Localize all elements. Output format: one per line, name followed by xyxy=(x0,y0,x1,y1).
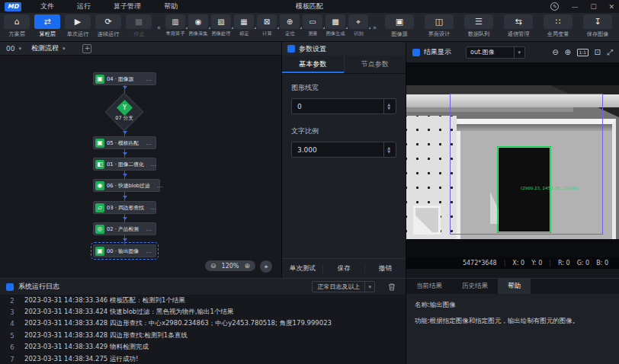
image-source-button[interactable]: ▣ 图像源 xyxy=(380,14,419,38)
stop-icon: ■ xyxy=(135,17,143,27)
connector-arrow-icon xyxy=(123,196,127,201)
close-button[interactable]: ✕ xyxy=(608,3,614,11)
zoom-in-icon[interactable]: ⊕ xyxy=(244,262,250,270)
location-button[interactable]: ⊕ 定位 xyxy=(278,14,301,38)
spinner-icon[interactable]: ▲▼ xyxy=(383,99,390,113)
chevron-down-icon: ▾ xyxy=(18,46,21,52)
save-image-icon: ↧ xyxy=(594,17,601,27)
zoom-in-icon[interactable]: ⊕ xyxy=(565,48,571,56)
connector-arrow-icon xyxy=(123,152,127,158)
window-title: 模板匹配 xyxy=(296,2,323,11)
maximize-button[interactable]: ☐ xyxy=(590,3,596,11)
flowchart-canvas[interactable]: ▣ 04 · 图像源 … Y 07 分支 ▣ 05 · 模板匹配 … ◧ 01 … xyxy=(0,56,281,278)
add-flow-tab-button[interactable]: + xyxy=(82,44,91,53)
global-variable-button[interactable]: ∷ 全局变量 xyxy=(538,14,578,38)
node-more-icon[interactable]: … xyxy=(146,75,152,82)
actual-size-icon[interactable]: 1:1 xyxy=(577,49,589,56)
fit-view-icon[interactable]: ⌖ xyxy=(260,260,272,273)
log-row[interactable]: 4 2023-03-31 14:38:33.428 四边形查找：中心x2980.… xyxy=(0,318,406,330)
log-row[interactable]: 3 2023-03-31 14:38:33.424 快速blob过滤：黑色视为物… xyxy=(0,306,406,318)
node-more-icon[interactable]: … xyxy=(150,161,157,168)
flow-tab-title[interactable]: 检测流程 xyxy=(31,43,59,53)
node-product-detect[interactable]: ◎ 02 · 产品检测 … xyxy=(93,222,156,235)
line-width-input[interactable]: 0 ▲▼ xyxy=(291,98,396,114)
result-panel-header: 结果显示 out.图像 ▾ ⊖ ⊕ 1:1 ⊡ ⤢ xyxy=(406,42,619,62)
menu-help[interactable]: 帮助 xyxy=(152,2,189,11)
process-layer-button[interactable]: ⇄ 算程层 xyxy=(32,14,63,38)
run-once-button[interactable]: ▶ 单次运行 xyxy=(63,14,93,38)
spinner-icon[interactable]: ▲▼ xyxy=(383,142,390,157)
calculation-button[interactable]: ⊠ 计算 xyxy=(255,14,278,38)
calibration-button[interactable]: ▦ 标定 xyxy=(233,14,255,38)
tab-node-params[interactable]: 节点参数 xyxy=(344,56,406,73)
log-row[interactable]: 5 2023-03-31 14:38:33.428 四边形查找:检测到1条直线 xyxy=(0,330,406,341)
camera-icon: ◉ xyxy=(195,18,202,26)
template-match-node-icon: ▣ xyxy=(95,139,104,148)
node-blob-filter[interactable]: ◉ 06 · 快速blob过滤 … xyxy=(93,179,160,192)
undo-button[interactable]: 撤销 xyxy=(364,264,406,273)
tab-basic-params[interactable]: 基本参数 xyxy=(282,56,344,73)
log-row[interactable]: 7 2023-03-31 14:38:34.275 运行成功! xyxy=(0,353,406,364)
node-template-match[interactable]: ▣ 05 · 模板匹配 … xyxy=(93,136,156,149)
node-image-source[interactable]: ▣ 04 · 图像源 … xyxy=(93,72,156,85)
product-detect-node-icon: ◎ xyxy=(95,225,104,234)
stop-button[interactable]: ■ 停止 xyxy=(123,14,154,38)
clear-log-icon[interactable] xyxy=(387,283,396,292)
operator-group: ▥ 常用算子 ◉ 图像采集 ▧ 图像处理 ▦ 标定 ⊠ 计算 ⊕ 定位 xyxy=(164,14,370,38)
zoom-out-icon[interactable]: ⊖ xyxy=(552,48,558,56)
data-queue-icon: ☰ xyxy=(475,17,483,27)
node-quad-find[interactable]: ▱ 03 · 四边形查找 … xyxy=(93,201,156,214)
node-output-image[interactable]: ▣ 00 · 输出图像 … xyxy=(93,244,156,257)
menu-file[interactable]: 文件 xyxy=(29,2,66,11)
common-operators-button[interactable]: ▥ 常用算子 xyxy=(164,14,187,38)
tool-group: ▣ 图像源 ◫ 界面设计 ☰ 数据队列 ⇆ 通信管理 ∷ 全局变量 ↧ 保存图像 xyxy=(380,14,617,38)
node-more-icon[interactable]: … xyxy=(157,182,164,189)
fullscreen-icon[interactable]: ⤢ xyxy=(607,48,613,57)
log-row[interactable]: 6 2023-03-31 14:38:33.429 物料检测完成 xyxy=(0,342,406,353)
image-process-button[interactable]: ▧ 图像处理 xyxy=(210,14,233,38)
result-source-select[interactable]: out.图像 ▾ xyxy=(466,46,525,59)
node-more-icon[interactable]: … xyxy=(146,139,152,146)
collapse-left-chevron[interactable]: « xyxy=(154,14,164,40)
run-continuous-button[interactable]: ⟳ 连续运行 xyxy=(93,14,123,38)
tab-help[interactable]: 帮助 xyxy=(498,279,531,294)
ui-design-button[interactable]: ◫ 界面设计 xyxy=(419,14,459,38)
menu-operator-manage[interactable]: 算子管理 xyxy=(102,2,152,11)
save-image-button[interactable]: ↧ 保存图像 xyxy=(578,14,617,38)
zoom-out-icon[interactable]: ⊖ xyxy=(210,262,216,270)
main-toolbar: ⌂ 方案层 ⇄ 算程层 ▶ 单次运行 ⟳ 连续运行 ■ 停止 « ▥ xyxy=(0,13,619,42)
data-queue-button[interactable]: ☰ 数据队列 xyxy=(459,14,499,38)
fit-image-icon[interactable]: ⊡ xyxy=(595,48,601,56)
single-test-button[interactable]: 单次测试 xyxy=(282,264,322,273)
minimize-button[interactable]: — xyxy=(571,3,578,11)
menu-run[interactable]: 运行 xyxy=(66,2,102,11)
image-acquire-button[interactable]: ◉ 图像采集 xyxy=(187,14,210,38)
image-source-icon: ▣ xyxy=(396,17,403,27)
scheme-layer-button[interactable]: ⌂ 方案层 xyxy=(2,14,32,38)
tab-current-result[interactable]: 当前结果 xyxy=(406,279,452,294)
save-button[interactable]: 保存 xyxy=(322,264,364,273)
node-more-icon[interactable]: … xyxy=(146,247,152,254)
node-binarization[interactable]: ◧ 01 · 图像二值化 … xyxy=(93,158,156,171)
app-logo: MD xyxy=(5,2,21,11)
communication-button[interactable]: ⇆ 通信管理 xyxy=(499,14,538,38)
cursor-x: X: 0 xyxy=(512,260,524,267)
log-list[interactable]: 2 2023-03-31 14:38:33.346 模板匹配：检测到1个结果 3… xyxy=(0,295,406,364)
node-more-icon[interactable]: … xyxy=(150,204,157,211)
output-image-node-icon: ▣ xyxy=(95,247,104,256)
measure-button[interactable]: ▭ 测量 xyxy=(301,14,324,38)
log-row[interactable]: 2 2023-03-31 14:38:33.346 模板匹配：检测到1个结果 xyxy=(0,295,406,306)
node-branch[interactable]: Y 07 分支 xyxy=(106,94,143,130)
log-level-select[interactable]: 正常日志及以上 ▾ xyxy=(312,281,375,292)
recognition-icon: ⌖ xyxy=(356,18,361,27)
result-image-viewport[interactable]: (2980.23, 2453.78, 179.99) xyxy=(406,62,619,257)
connector-arrow-icon xyxy=(123,217,127,222)
flow-index-select[interactable]: 00 xyxy=(6,45,14,53)
text-scale-input[interactable]: 3.000 ▲▼ xyxy=(291,142,396,158)
chevron-down-icon: ▾ xyxy=(364,282,374,292)
recognition-button[interactable]: ⌖ 识别 xyxy=(347,14,370,38)
node-more-icon[interactable]: … xyxy=(146,225,152,232)
theme-icon[interactable]: ✎ xyxy=(550,2,559,11)
image-generate-button[interactable]: ▩ 图像生成 xyxy=(324,14,347,38)
tab-history-result[interactable]: 历史结果 xyxy=(452,279,498,294)
